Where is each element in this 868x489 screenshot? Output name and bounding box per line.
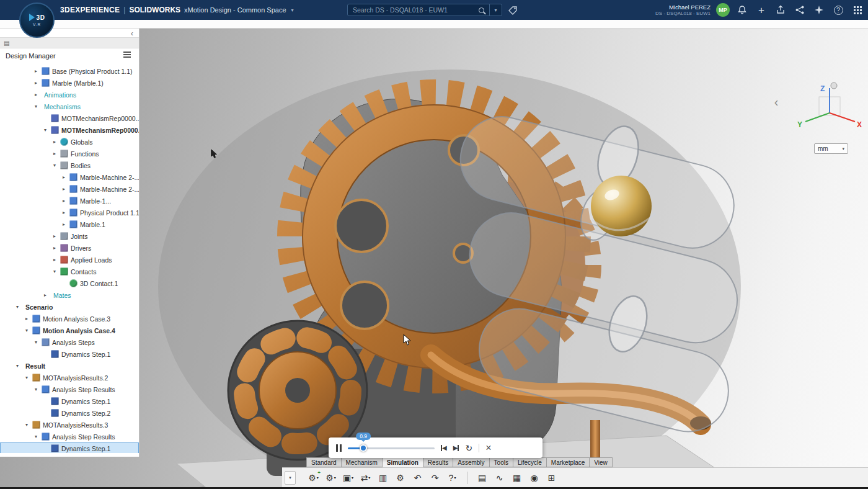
tree-item[interactable]: ▾ Scenario [0,301,139,313]
viewport-panel-collapse-button[interactable]: ‹ [771,94,782,109]
tab-simulation[interactable]: Simulation [383,457,423,467]
tree-item[interactable]: ▾ Contacts [0,266,139,277]
tree-item[interactable]: ▾ Motion Analysis Case.4 [0,325,139,336]
search-options-caret[interactable]: ▾ [489,4,502,16]
expand-arrow[interactable]: ▾ [33,104,39,109]
app-switcher[interactable]: 3DEXPERIENCE | SOLIDWORKS xMotion Design… [60,6,294,14]
close-playback-button[interactable]: × [485,442,491,454]
expand-arrow[interactable]: ▸ [51,257,58,262]
expand-arrow[interactable]: ▸ [42,292,48,298]
expand-arrow[interactable]: ▸ [33,80,39,86]
clipboard-button[interactable]: ▥ [375,470,391,486]
tree-item[interactable]: MOTMechanismRep0000... [0,112,139,124]
chevron-down-icon[interactable]: ▾ [317,475,319,480]
settings-button[interactable]: ⚙ [392,470,408,486]
tree-item[interactable]: ▸ Marble-1... [0,195,139,207]
tree-item[interactable]: Dynamics Step.1 [0,395,139,407]
tree-item[interactable]: ▸ Functions [0,148,139,159]
search-icon[interactable] [479,7,484,13]
tab-view[interactable]: View [590,457,613,467]
slider-handle[interactable] [360,444,367,452]
chevron-down-icon[interactable]: ▾ [454,475,456,480]
panel-menu-icon[interactable] [123,52,133,60]
units-dropdown[interactable]: mm ▾ [814,143,848,154]
expand-arrow[interactable]: ▾ [24,422,30,428]
expand-arrow[interactable]: ▾ [33,434,39,439]
probe-results-button[interactable]: ◉ [526,470,542,486]
expand-arrow[interactable]: ▸ [61,174,67,180]
tree-view-icon[interactable]: ▤ [4,40,9,47]
assistant-star-icon[interactable] [812,3,826,17]
expand-arrow[interactable]: ▾ [51,269,58,274]
expand-arrow[interactable]: ▾ [24,328,30,333]
tree-item[interactable]: ▸ Globals [0,136,139,148]
marble[interactable] [591,176,652,236]
tree-item[interactable]: ▸ Joints [0,230,139,242]
expand-arrow[interactable]: ▾ [33,387,39,392]
tree-item[interactable]: ▾ Mechanisms [0,101,139,112]
expand-arrow[interactable]: ▸ [61,222,67,227]
help-icon[interactable]: ? [831,3,845,17]
chevron-down-icon[interactable]: ▾ [368,475,370,480]
expand-arrow[interactable]: ▾ [24,375,30,380]
time-slider[interactable]: 0.9 [348,441,435,455]
tab-mechanism[interactable]: Mechanism [342,457,383,467]
expand-arrow[interactable]: ▸ [24,316,30,321]
chevron-down-icon[interactable]: ▾ [291,7,294,13]
tree-item[interactable]: Dynamics Step.1 [0,442,139,453]
tree-item[interactable]: ▾ MOTAnalysisResults.3 [0,419,139,431]
tree-item[interactable]: ▾ Result [0,360,139,372]
expand-arrow[interactable]: ▾ [42,127,48,133]
share-network-icon[interactable] [793,3,807,17]
chevron-down-icon[interactable]: ▾ [334,475,336,480]
expand-arrow[interactable]: ▸ [51,245,58,251]
tree-item[interactable]: ▾ Analysis Step Results [0,384,139,395]
tree-item[interactable]: ▸ Applied Loads [0,254,139,266]
step-back-button[interactable]: ◀ [441,445,447,451]
tree-item[interactable]: ▸ Marble-Machine 2-... [0,171,139,183]
expand-arrow[interactable]: ▾ [14,363,20,369]
avatar[interactable]: MP [716,3,730,17]
add-content-icon[interactable]: + [755,3,768,17]
tree-item[interactable]: ▾ Bodies [0,159,139,171]
apps-grid-icon[interactable] [851,3,864,17]
toolbar-expander-icon[interactable]: ▾ [285,471,296,485]
save-button[interactable]: ▣ ▾ [340,470,356,486]
notifications-bell-icon[interactable] [735,3,749,17]
schedule-button[interactable]: ⊞ [544,470,559,486]
tree-item[interactable]: 3D Contact.1 [0,277,139,289]
app-options-button[interactable]: ⚙ ▾ [323,470,339,486]
expand-arrow[interactable]: ▸ [33,68,39,74]
simulation-settings-button[interactable]: ⚙ ▾ + [306,470,321,486]
loop-button[interactable]: ↻ [465,443,472,453]
panel-collapse-button[interactable]: ‹ [128,29,136,38]
tree-item[interactable]: ▸ Marble (Marble.1) [0,77,139,89]
tree-item[interactable]: ▸ Animations [0,89,139,101]
tab-standard[interactable]: Standard [306,457,342,467]
expand-arrow[interactable]: ▸ [61,198,67,204]
tag-icon[interactable] [507,5,518,15]
tree-item[interactable]: ▾ MOTMechanismRep0000... [0,124,139,136]
step-forward-button[interactable]: ▶ [453,445,459,451]
tree-item[interactable]: ▾ Analysis Step Results [0,431,139,442]
tree-item[interactable]: ▸ Base (Physical Product 1.1) [0,65,139,77]
search-input[interactable] [348,6,479,14]
3ds-compass-logo[interactable]: 3D V.R [19,2,55,38]
tab-assembly[interactable]: Assembly [453,457,489,467]
tree-item[interactable]: ▾ MOTAnalysisResults.2 [0,372,139,384]
expand-arrow[interactable]: ▾ [14,304,20,310]
expand-arrow[interactable]: ▸ [61,210,67,215]
expand-arrow[interactable]: ▸ [51,151,58,156]
chevron-down-icon[interactable]: ▾ [352,475,353,480]
tree-item[interactable]: Dynamics Step.2 [0,407,139,419]
help-button[interactable]: ? ▾ [445,470,460,486]
expand-arrow[interactable]: ▸ [33,92,39,97]
tab-tools[interactable]: Tools [490,457,513,467]
expand-arrow[interactable]: ▾ [51,163,58,168]
tree-item[interactable]: ▸ Physical Product 1.1 [0,207,139,218]
tab-marketplace[interactable]: Marketplace [547,457,590,467]
tree-item[interactable]: ▸ Mates [0,289,139,301]
axis-triad[interactable]: Z Y X [795,81,865,130]
tree-item[interactable]: ▸ Marble-Machine 2-... [0,183,139,195]
3d-scene[interactable] [140,57,868,489]
